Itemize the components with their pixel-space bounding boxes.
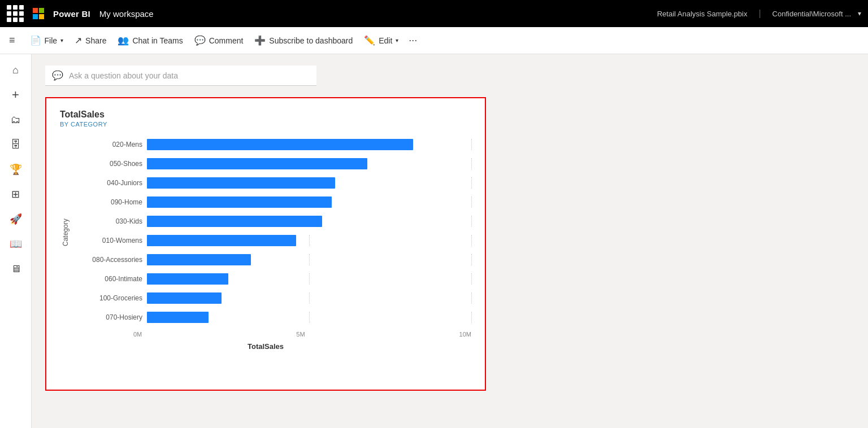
bar-row: 100-Groceries — [73, 290, 471, 306]
home-icon: ⌂ — [12, 64, 19, 76]
bar-wrapper — [147, 273, 471, 285]
file-label: File — [45, 36, 58, 45]
bar-label: 080-Accessories — [73, 256, 147, 264]
chart-container: TotalSales BY CATEGORY Category 020-Mens… — [45, 97, 486, 391]
left-sidebar: ⌂ + 🗂 🗄 🏆 ⊞ 🚀 📖 🖥 — [0, 54, 32, 428]
subscribe-button[interactable]: ➕ Subscribe to dashboard — [249, 32, 358, 49]
bar-label: 020-Mens — [73, 141, 147, 149]
bar-row: 070-Hosiery — [73, 309, 471, 325]
bar-wrapper — [147, 292, 471, 304]
bar-wrapper — [147, 254, 471, 265]
toolbar: ≡ 📄 File ▾ ↗ Share 👥 Chat in Teams 💬 Com… — [0, 27, 868, 54]
bar-row: 060-Intimate — [73, 271, 471, 287]
data-hub-icon: 🗄 — [11, 139, 21, 151]
bar-label: 040-Juniors — [73, 179, 147, 187]
bar[interactable] — [147, 254, 251, 265]
bar-label: 050-Shoes — [73, 160, 147, 168]
bar-label: 030-Kids — [73, 217, 147, 225]
bar-row: 080-Accessories — [73, 252, 471, 268]
file-menu-button[interactable]: 📄 File ▾ — [24, 32, 70, 49]
share-label: Share — [85, 36, 106, 45]
sidebar-item-docs[interactable]: 📖 — [5, 233, 27, 255]
file-title: Retail Analysis Sample.pbix — [657, 10, 748, 18]
x-tick: 0M — [133, 331, 142, 338]
chart-title: TotalSales — [60, 110, 471, 120]
edit-label: Edit — [379, 36, 392, 45]
qa-placeholder: Ask a question about your data — [69, 71, 178, 80]
confidential-chevron[interactable]: ▾ — [858, 10, 861, 18]
product-name: Power BI — [53, 9, 90, 19]
browse-icon: 🗂 — [11, 114, 21, 126]
sidebar-item-workspaces[interactable]: 🖥 — [5, 257, 27, 280]
bar-label: 010-Womens — [73, 237, 147, 244]
bar[interactable] — [147, 235, 296, 246]
learn-icon: 🚀 — [10, 213, 22, 225]
bar-row: 050-Shoes — [73, 156, 471, 172]
bar[interactable] — [147, 216, 322, 227]
bar-wrapper — [147, 312, 471, 323]
comment-label: Comment — [209, 36, 244, 45]
chart-subtitle: BY CATEGORY — [60, 121, 471, 128]
edit-icon: ✏️ — [364, 35, 375, 46]
sidebar-item-browse[interactable]: 🗂 — [5, 108, 27, 131]
bar[interactable] — [147, 292, 222, 304]
bar-row: 030-Kids — [73, 213, 471, 229]
y-axis-label: Category — [60, 137, 71, 329]
bar-wrapper — [147, 139, 471, 150]
chat-in-teams-button[interactable]: 👥 Chat in Teams — [112, 32, 188, 49]
comment-icon: 💬 — [194, 35, 206, 46]
teams-icon: 👥 — [118, 35, 129, 46]
bars-area: 020-Mens050-Shoes040-Juniors090-Home030-… — [73, 137, 471, 329]
qa-icon: 💬 — [52, 70, 63, 81]
sidebar-item-data-hub[interactable]: 🗄 — [5, 133, 27, 156]
bar-wrapper — [147, 216, 471, 227]
bar[interactable] — [147, 139, 413, 150]
bar-label: 090-Home — [73, 198, 147, 206]
edit-chevron-icon: ▾ — [396, 37, 398, 43]
share-button[interactable]: ↗ Share — [69, 32, 112, 49]
qa-bar[interactable]: 💬 Ask a question about your data — [45, 65, 316, 86]
more-options-button[interactable]: ··· — [404, 32, 422, 49]
subscribe-icon: ➕ — [254, 35, 266, 46]
x-tick: 10M — [459, 331, 471, 338]
top-bar: Power BI My workspace Retail Analysis Sa… — [0, 0, 868, 27]
bar[interactable] — [147, 196, 332, 208]
docs-icon: 📖 — [10, 238, 22, 250]
app-launcher-icon[interactable] — [7, 5, 24, 22]
sidebar-toggle-button[interactable]: ≡ — [9, 34, 15, 46]
main-layout: ⌂ + 🗂 🗄 🏆 ⊞ 🚀 📖 🖥 💬 Ask a q — [0, 54, 868, 428]
edit-button[interactable]: ✏️ Edit ▾ — [358, 32, 404, 49]
confidential-label: Confidential\Microsoft ... — [772, 10, 851, 18]
goals-icon: 🏆 — [10, 163, 22, 176]
bar[interactable] — [147, 312, 209, 323]
main-content: 💬 Ask a question about your data TotalSa… — [32, 54, 868, 428]
file-chevron-icon: ▾ — [60, 37, 63, 43]
sidebar-item-create[interactable]: + — [5, 84, 27, 106]
bar-row: 010-Womens — [73, 233, 471, 248]
workspace-name: My workspace — [99, 9, 154, 19]
bar[interactable] — [147, 177, 335, 189]
bar[interactable] — [147, 158, 367, 169]
subscribe-label: Subscribe to dashboard — [269, 36, 353, 45]
share-icon: ↗ — [75, 35, 82, 46]
bar-wrapper — [147, 235, 471, 246]
x-axis-label: TotalSales — [60, 342, 471, 351]
bar-row: 020-Mens — [73, 137, 471, 152]
bar-label: 100-Groceries — [73, 294, 147, 302]
bar[interactable] — [147, 273, 228, 285]
sidebar-item-apps[interactable]: ⊞ — [5, 183, 27, 206]
x-axis-ticks: 0M5M10M — [133, 331, 471, 338]
chat-in-teams-label: Chat in Teams — [132, 36, 183, 45]
bar-chart: Category 020-Mens050-Shoes040-Juniors090… — [60, 137, 471, 351]
bar-wrapper — [147, 158, 471, 169]
bar-row: 040-Juniors — [73, 175, 471, 191]
x-tick: 5M — [296, 331, 305, 338]
bar-wrapper — [147, 177, 471, 189]
comment-button[interactable]: 💬 Comment — [189, 32, 249, 49]
sidebar-item-goals[interactable]: 🏆 — [5, 158, 27, 181]
sidebar-item-learn[interactable]: 🚀 — [5, 208, 27, 230]
sidebar-item-home[interactable]: ⌂ — [5, 59, 27, 81]
file-icon: 📄 — [30, 35, 41, 46]
apps-icon: ⊞ — [11, 188, 20, 200]
bar-wrapper — [147, 196, 471, 208]
